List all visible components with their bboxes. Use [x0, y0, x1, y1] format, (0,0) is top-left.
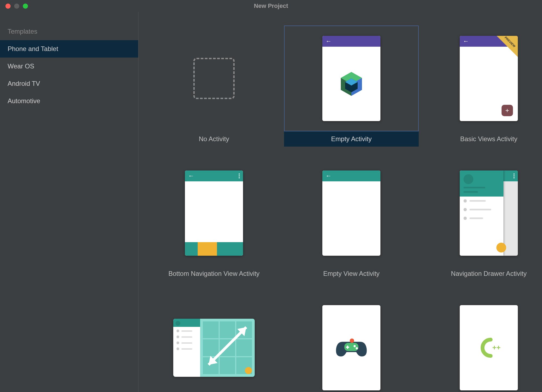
traffic-lights — [0, 4, 28, 9]
appbar: ← — [322, 36, 380, 47]
overflow-menu-icon — [513, 173, 515, 178]
window-title: New Project — [254, 2, 288, 10]
side-panel — [173, 319, 200, 377]
phone-mock: ← PREVIEW + — [460, 36, 518, 121]
fab-add-icon: + — [502, 105, 513, 116]
drawer-item — [460, 214, 503, 223]
template-empty-view[interactable]: ← Empty View Activity — [284, 160, 419, 281]
thumbnail — [147, 295, 281, 392]
svg-line-6 — [209, 327, 246, 365]
template-no-activity[interactable]: No Activity — [147, 26, 281, 147]
sidebar-item-label: Phone and Tablet — [8, 45, 58, 52]
thumbnail — [147, 26, 281, 131]
phone-mock: ++ — [460, 305, 518, 390]
maximize-window-button[interactable] — [23, 4, 28, 9]
svg-point-13 — [356, 347, 358, 349]
back-arrow-icon: ← — [188, 172, 194, 179]
thumbnail: ← — [147, 160, 281, 266]
content-grid — [200, 319, 255, 377]
template-grid: No Activity ← — [147, 26, 534, 392]
drawer-item — [460, 205, 503, 214]
thumbnail — [421, 160, 542, 266]
back-arrow-icon: ← — [463, 38, 469, 45]
drawer-header — [460, 170, 503, 197]
sidebar-item-label: Android TV — [8, 80, 40, 87]
template-game-cpp[interactable]: Game Activity (C++) — [284, 295, 419, 392]
overflow-menu-icon — [239, 173, 240, 178]
template-bottom-nav[interactable]: ← Bottom Navigation View Activity — [147, 160, 281, 281]
dashed-square-icon — [193, 58, 235, 99]
cpp-logo-icon: ++ — [460, 305, 518, 390]
template-basic-views[interactable]: ← PREVIEW + Basic Views Activity — [421, 26, 542, 147]
tablet-mock — [173, 319, 255, 377]
phone-mock: ← — [322, 36, 380, 121]
bottom-nav-bar — [185, 242, 243, 256]
phone-mock — [460, 170, 518, 256]
back-arrow-icon: ← — [326, 38, 332, 45]
sidebar-item-phone-tablet[interactable]: Phone and Tablet — [0, 40, 138, 58]
drawer-item — [460, 197, 503, 205]
phone-mock — [322, 305, 380, 390]
template-empty-activity[interactable]: ← — [284, 26, 419, 147]
template-label: Bottom Navigation View Activity — [147, 266, 281, 281]
template-label: No Activity — [147, 131, 281, 147]
template-native-cpp[interactable]: ++ Native C++ — [421, 295, 542, 392]
template-nav-drawer[interactable]: Navigation Drawer Activity — [421, 160, 542, 281]
sidebar-item-label: Automotive — [8, 97, 40, 105]
thumbnail — [284, 295, 419, 392]
minimize-window-button[interactable] — [14, 4, 19, 9]
main: Templates Phone and Tablet Wear OS Andro… — [0, 12, 542, 392]
content: No Activity ← — [138, 12, 542, 392]
sidebar-item-wear-os[interactable]: Wear OS — [0, 58, 138, 75]
thumbnail: ++ — [421, 295, 542, 392]
resize-arrow-icon — [205, 324, 250, 368]
template-label: Basic Views Activity — [421, 131, 542, 147]
close-window-button[interactable] — [5, 4, 11, 9]
sidebar: Templates Phone and Tablet Wear OS Andro… — [0, 12, 138, 392]
thumbnail: ← PREVIEW + — [421, 26, 542, 131]
sidebar-item-android-tv[interactable]: Android TV — [0, 75, 138, 92]
thumbnail: ← — [284, 160, 419, 266]
template-label: Navigation Drawer Activity — [421, 266, 542, 281]
svg-point-12 — [354, 345, 356, 347]
back-arrow-icon: ← — [326, 172, 332, 179]
phone-mock: ← — [185, 170, 243, 256]
appbar: ← — [322, 170, 380, 181]
compose-logo-icon — [322, 47, 380, 121]
template-label: Empty View Activity — [284, 266, 419, 281]
fab-icon — [496, 243, 506, 252]
phone-mock: ← — [322, 170, 380, 256]
svg-text:++: ++ — [492, 343, 500, 352]
gamepad-icon — [322, 305, 380, 390]
template-label: Empty Activity — [284, 131, 419, 147]
template-responsive[interactable]: Responsive Activity — [147, 295, 281, 392]
sidebar-item-automotive[interactable]: Automotive — [0, 92, 138, 110]
nav-drawer — [460, 170, 503, 256]
svg-point-14 — [350, 339, 354, 343]
svg-rect-11 — [346, 347, 349, 348]
sidebar-header: Templates — [0, 23, 138, 40]
titlebar: New Project — [0, 0, 542, 12]
sidebar-item-label: Wear OS — [8, 62, 34, 70]
thumbnail: ← — [284, 26, 419, 131]
appbar: ← — [185, 170, 243, 181]
fab-icon — [245, 367, 252, 374]
